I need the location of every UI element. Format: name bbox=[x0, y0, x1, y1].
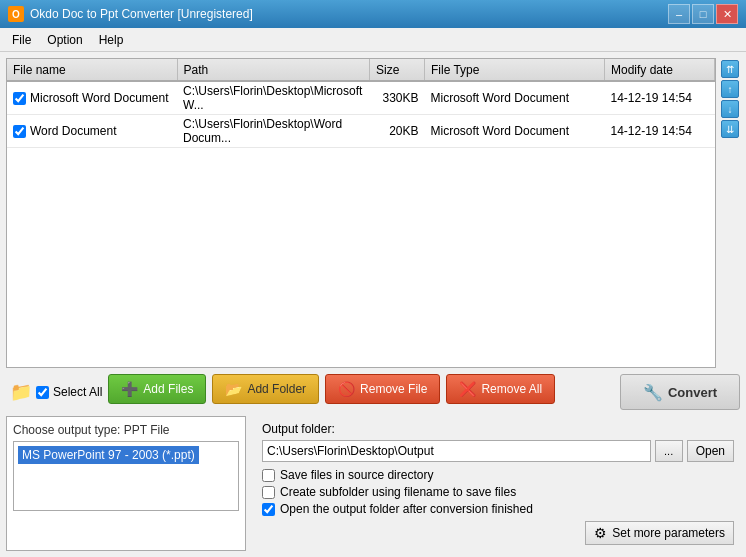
bottom-section: Choose output type: PPT File MS PowerPoi… bbox=[6, 416, 740, 551]
output-option-0: Save files in source directory bbox=[262, 468, 734, 482]
row-filename-0: Microsoft Word Document bbox=[30, 91, 169, 105]
titlebar: O Okdo Doc to Ppt Converter [Unregistere… bbox=[0, 0, 746, 28]
output-option-checkbox-0[interactable] bbox=[262, 469, 275, 482]
toolbar-buttons: ➕ Add Files 📂 Add Folder 🚫 Remove File ❌… bbox=[108, 374, 740, 410]
output-type-item-selected[interactable]: MS PowerPoint 97 - 2003 (*.ppt) bbox=[18, 446, 199, 464]
gear-icon: ⚙ bbox=[594, 525, 607, 541]
output-folder-input[interactable] bbox=[262, 440, 651, 462]
remove-file-icon: 🚫 bbox=[338, 381, 355, 397]
cell-size-0: 330KB bbox=[370, 81, 425, 115]
menu-file[interactable]: File bbox=[4, 31, 39, 49]
side-nav-buttons: ⇈ ↑ ↓ ⇊ bbox=[720, 58, 740, 368]
output-folder-label: Output folder: bbox=[262, 422, 734, 436]
output-option-checkbox-1[interactable] bbox=[262, 486, 275, 499]
minimize-button[interactable]: – bbox=[668, 4, 690, 24]
cell-filetype-0: Microsoft Word Document bbox=[425, 81, 605, 115]
remove-all-icon: ❌ bbox=[459, 381, 476, 397]
nav-up-button[interactable]: ↑ bbox=[721, 80, 739, 98]
remove-all-label: Remove All bbox=[481, 382, 542, 396]
open-button[interactable]: Open bbox=[687, 440, 734, 462]
menu-help[interactable]: Help bbox=[91, 31, 132, 49]
cell-filename-1: Word Document bbox=[7, 115, 177, 148]
menubar: File Option Help bbox=[0, 28, 746, 52]
nav-bottom-button[interactable]: ⇊ bbox=[721, 120, 739, 138]
remove-file-label: Remove File bbox=[360, 382, 427, 396]
cell-filetype-1: Microsoft Word Document bbox=[425, 115, 605, 148]
cell-moddate-0: 14-12-19 14:54 bbox=[605, 81, 715, 115]
file-table: File name Path Size File Type Modify dat… bbox=[7, 59, 715, 148]
output-option-label-0: Save files in source directory bbox=[280, 468, 433, 482]
convert-button[interactable]: 🔧 Convert bbox=[620, 374, 740, 410]
output-type-list[interactable]: MS PowerPoint 97 - 2003 (*.ppt) bbox=[13, 441, 239, 511]
col-header-size: Size bbox=[370, 59, 425, 81]
folder-up-icon: 📁 bbox=[10, 381, 32, 403]
nav-down-button[interactable]: ↓ bbox=[721, 100, 739, 118]
row-checkbox-1[interactable] bbox=[13, 125, 26, 138]
nav-top-button[interactable]: ⇈ bbox=[721, 60, 739, 78]
table-row: Word Document C:\Users\Florin\Desktop\Wo… bbox=[7, 115, 715, 148]
col-header-filename: File name bbox=[7, 59, 177, 81]
add-files-icon: ➕ bbox=[121, 381, 138, 397]
add-folder-label: Add Folder bbox=[247, 382, 306, 396]
row-checkbox-0[interactable] bbox=[13, 92, 26, 105]
titlebar-left: O Okdo Doc to Ppt Converter [Unregistere… bbox=[8, 6, 253, 22]
app-icon: O bbox=[8, 6, 24, 22]
select-all-area: 📁 Select All bbox=[10, 381, 102, 403]
main-content: File name Path Size File Type Modify dat… bbox=[0, 52, 746, 557]
remove-all-button[interactable]: ❌ Remove All bbox=[446, 374, 555, 404]
select-all-label[interactable]: Select All bbox=[53, 385, 102, 399]
cell-filename-0: Microsoft Word Document bbox=[7, 81, 177, 115]
col-header-filetype: File Type bbox=[425, 59, 605, 81]
output-folder-row: ... Open bbox=[262, 440, 734, 462]
output-option-checkbox-2[interactable] bbox=[262, 503, 275, 516]
table-row: Microsoft Word Document C:\Users\Florin\… bbox=[7, 81, 715, 115]
remove-file-button[interactable]: 🚫 Remove File bbox=[325, 374, 440, 404]
toolbar-row: 📁 Select All ➕ Add Files 📂 Add Folder 🚫 … bbox=[6, 374, 740, 410]
add-folder-icon: 📂 bbox=[225, 381, 242, 397]
browse-button[interactable]: ... bbox=[655, 440, 683, 462]
cell-path-1: C:\Users\Florin\Desktop\Word Docum... bbox=[177, 115, 370, 148]
maximize-button[interactable]: □ bbox=[692, 4, 714, 24]
col-header-path: Path bbox=[177, 59, 370, 81]
menu-option[interactable]: Option bbox=[39, 31, 90, 49]
file-table-wrapper: File name Path Size File Type Modify dat… bbox=[6, 58, 716, 368]
titlebar-controls: – □ ✕ bbox=[668, 4, 738, 24]
row-filename-1: Word Document bbox=[30, 124, 116, 138]
add-files-label: Add Files bbox=[143, 382, 193, 396]
file-list-container: File name Path Size File Type Modify dat… bbox=[6, 58, 740, 368]
output-type-panel: Choose output type: PPT File MS PowerPoi… bbox=[6, 416, 246, 551]
output-option-2: Open the output folder after conversion … bbox=[262, 502, 734, 516]
output-folder-panel: Output folder: ... Open Save files in so… bbox=[256, 416, 740, 551]
convert-label: Convert bbox=[668, 385, 717, 400]
cell-path-0: C:\Users\Florin\Desktop\Microsoft W... bbox=[177, 81, 370, 115]
cell-size-1: 20KB bbox=[370, 115, 425, 148]
output-option-1: Create subfolder using filename to save … bbox=[262, 485, 734, 499]
add-folder-button[interactable]: 📂 Add Folder bbox=[212, 374, 319, 404]
titlebar-title: Okdo Doc to Ppt Converter [Unregistered] bbox=[30, 7, 253, 21]
add-files-button[interactable]: ➕ Add Files bbox=[108, 374, 206, 404]
output-option-label-2: Open the output folder after conversion … bbox=[280, 502, 533, 516]
output-option-label-1: Create subfolder using filename to save … bbox=[280, 485, 516, 499]
select-all-checkbox[interactable] bbox=[36, 386, 49, 399]
more-params-button[interactable]: ⚙ Set more parameters bbox=[585, 521, 734, 545]
more-params-label: Set more parameters bbox=[612, 526, 725, 540]
close-button[interactable]: ✕ bbox=[716, 4, 738, 24]
col-header-moddate: Modify date bbox=[605, 59, 715, 81]
convert-icon: 🔧 bbox=[643, 383, 663, 402]
cell-moddate-1: 14-12-19 14:54 bbox=[605, 115, 715, 148]
output-type-label: Choose output type: PPT File bbox=[13, 423, 239, 437]
